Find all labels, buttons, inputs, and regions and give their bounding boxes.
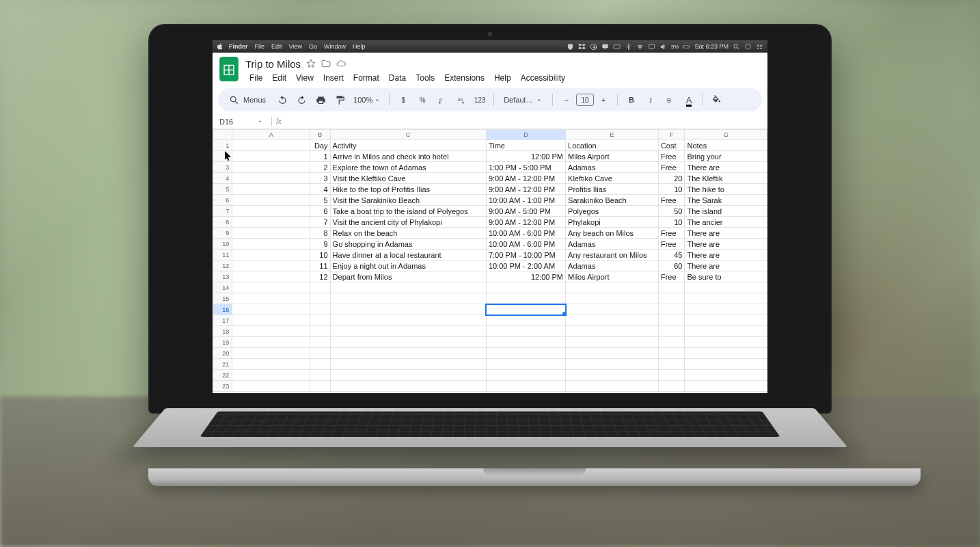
- cell-C22[interactable]: [330, 369, 486, 380]
- cell-D17[interactable]: [486, 315, 565, 325]
- strikethrough-button[interactable]: S: [662, 92, 678, 108]
- move-folder-icon[interactable]: [321, 59, 331, 68]
- cell-D8[interactable]: 9:00 AM - 12:00 PM: [486, 216, 565, 227]
- row-header-8[interactable]: 8: [213, 216, 232, 227]
- cell-F8[interactable]: 10: [658, 216, 685, 227]
- cell-G10[interactable]: There are: [685, 238, 767, 249]
- zoom-select[interactable]: 100%: [351, 94, 383, 105]
- name-box[interactable]: D16: [219, 117, 267, 125]
- row-header-15[interactable]: 15: [213, 293, 232, 304]
- row-header-14[interactable]: 14: [213, 282, 232, 293]
- col-header-C[interactable]: C: [330, 129, 486, 139]
- cell-C8[interactable]: Visit the ancient city of Phylakopi: [330, 216, 486, 227]
- cell-F14[interactable]: [658, 282, 685, 293]
- mac-menu-edit[interactable]: Edit: [271, 43, 282, 50]
- cell-D11[interactable]: 7:00 PM - 10:00 PM: [486, 249, 565, 260]
- cell-F5[interactable]: 10: [658, 183, 685, 194]
- decrease-fontsize-button[interactable]: −: [558, 92, 575, 108]
- row-header-20[interactable]: 20: [213, 347, 232, 358]
- cell-B8[interactable]: 7: [310, 216, 331, 227]
- row-header-3[interactable]: 3: [213, 161, 232, 172]
- cell-E2[interactable]: Milos Airport: [566, 150, 659, 161]
- cell-C17[interactable]: [330, 315, 486, 325]
- cell-C7[interactable]: Take a boat trip to the island of Polyeg…: [330, 205, 486, 216]
- keyboard-icon[interactable]: [613, 42, 621, 50]
- col-header-A[interactable]: A: [232, 129, 310, 139]
- cell-B10[interactable]: 9: [310, 238, 331, 249]
- cell-B12[interactable]: 11: [310, 260, 331, 271]
- cell-F20[interactable]: [658, 347, 685, 358]
- cell-C4[interactable]: Visit the Kleftiko Cave: [330, 172, 486, 183]
- cell-A8[interactable]: [232, 216, 310, 227]
- row-header-22[interactable]: 22: [213, 369, 232, 380]
- cell-G5[interactable]: The hike to: [685, 183, 767, 194]
- cell-G2[interactable]: Bring your: [685, 150, 767, 161]
- print-button[interactable]: [312, 92, 329, 108]
- cell-C2[interactable]: Arrive in Milos and check into hotel: [330, 150, 486, 161]
- cell-C3[interactable]: Explore the town of Adamas: [330, 161, 486, 172]
- increase-fontsize-button[interactable]: +: [595, 92, 612, 108]
- cell-B14[interactable]: [310, 282, 331, 293]
- shield-icon[interactable]: [567, 42, 574, 50]
- cell-A7[interactable]: [232, 205, 310, 216]
- app-menu-help[interactable]: Help: [490, 72, 515, 84]
- cell-E1[interactable]: Location: [566, 139, 659, 150]
- cell-F13[interactable]: Free: [658, 271, 685, 282]
- screen-icon[interactable]: [648, 42, 655, 50]
- cell-E17[interactable]: [566, 315, 659, 325]
- redo-button[interactable]: [293, 92, 310, 108]
- cell-D20[interactable]: [486, 347, 565, 358]
- cell-A11[interactable]: [232, 249, 310, 260]
- cell-E4[interactable]: Kleftiko Cave: [566, 172, 659, 183]
- cell-F6[interactable]: Free: [658, 194, 685, 205]
- cell-B13[interactable]: 12: [310, 271, 331, 282]
- cell-F18[interactable]: [658, 325, 685, 336]
- cell-G22[interactable]: [685, 369, 767, 380]
- cell-G21[interactable]: [685, 358, 767, 369]
- cell-A4[interactable]: [232, 172, 310, 183]
- cell-A19[interactable]: [232, 336, 310, 347]
- cell-C21[interactable]: [330, 358, 486, 369]
- cell-D14[interactable]: [486, 282, 565, 293]
- bluetooth-icon[interactable]: [625, 42, 632, 50]
- cell-F4[interactable]: 20: [658, 172, 685, 183]
- cell-E12[interactable]: Adamas: [566, 260, 659, 271]
- at-icon[interactable]: [590, 42, 597, 50]
- cell-B23[interactable]: [310, 380, 331, 391]
- cell-E15[interactable]: [566, 293, 659, 304]
- cell-F11[interactable]: 45: [658, 249, 685, 260]
- cell-G17[interactable]: [685, 315, 767, 325]
- battery-icon[interactable]: [683, 42, 690, 50]
- mac-menu-go[interactable]: Go: [309, 43, 317, 50]
- cell-A2[interactable]: [232, 150, 310, 161]
- dropbox-icon[interactable]: [578, 42, 586, 50]
- cell-D16[interactable]: [486, 304, 565, 315]
- cell-B19[interactable]: [310, 336, 331, 347]
- app-menu-data[interactable]: Data: [385, 72, 410, 84]
- paint-format-button[interactable]: [331, 92, 348, 108]
- row-header-10[interactable]: 10: [213, 238, 232, 249]
- cell-E23[interactable]: [566, 380, 659, 391]
- cell-B22[interactable]: [310, 369, 331, 380]
- cell-C12[interactable]: Enjoy a night out in Adamas: [330, 260, 486, 271]
- cell-F12[interactable]: 60: [658, 260, 685, 271]
- text-color-button[interactable]: A: [681, 92, 697, 108]
- cell-B2[interactable]: 1: [310, 150, 331, 161]
- cell-F17[interactable]: [658, 315, 685, 325]
- cell-A1[interactable]: [232, 139, 310, 150]
- row-header-19[interactable]: 19: [213, 336, 232, 347]
- app-menu-format[interactable]: Format: [349, 72, 383, 84]
- cell-D4[interactable]: 9:00 AM - 12:00 PM: [486, 172, 565, 183]
- cell-A14[interactable]: [232, 282, 310, 293]
- cell-G1[interactable]: Notes: [685, 139, 767, 150]
- cell-A5[interactable]: [232, 183, 310, 194]
- cell-D15[interactable]: [486, 293, 565, 304]
- cell-F1[interactable]: Cost: [658, 139, 685, 150]
- mac-menu-help[interactable]: Help: [353, 43, 366, 50]
- search-menus[interactable]: Menus: [223, 93, 271, 106]
- cell-C9[interactable]: Relax on the beach: [330, 227, 486, 238]
- cell-A20[interactable]: [232, 347, 310, 358]
- cell-D21[interactable]: [486, 358, 565, 369]
- cell-E21[interactable]: [566, 358, 659, 369]
- cell-F16[interactable]: [658, 304, 685, 315]
